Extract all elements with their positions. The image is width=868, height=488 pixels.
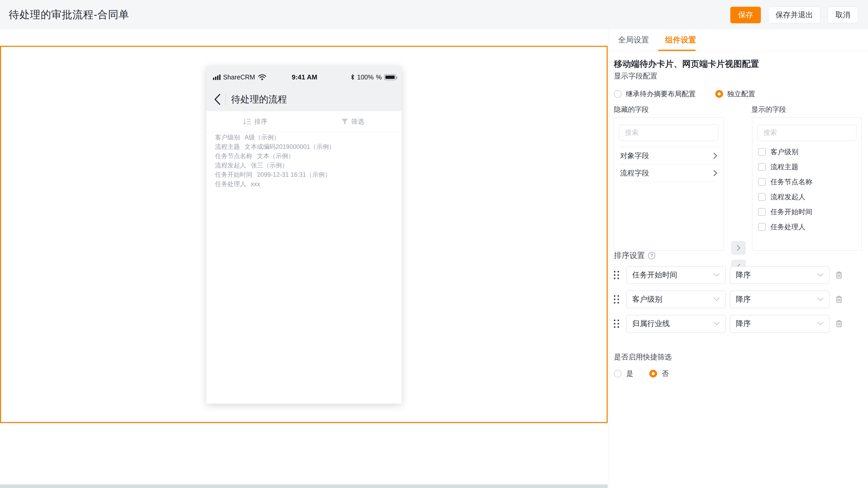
settings-panel: 全局设置 组件设置 移动端待办卡片、网页端卡片视图配置 显示字段配置 继承待办摘… <box>609 29 868 488</box>
header-actions: 保存 保存并退出 取消 <box>730 7 858 23</box>
phone-toolbar: 排序 筛选 <box>206 111 402 132</box>
delete-sort-rule-button[interactable] <box>835 295 843 303</box>
sort-field-select[interactable]: 任务开始时间 <box>626 266 726 284</box>
sort-rule-row: 归属行业线 降序 <box>614 315 843 332</box>
move-right-button[interactable] <box>731 241 746 255</box>
radio-inherit-label: 继承待办摘要布局配置 <box>626 89 695 99</box>
active-tab-underline <box>658 50 695 51</box>
canvas-divider-bottom <box>0 424 609 424</box>
trash-icon <box>835 320 843 328</box>
sort-settings-label: 排序设置 <box>614 250 645 261</box>
sort-rule-row: 客户级别 降序 <box>614 291 843 308</box>
card-field-row: 任务节点名称文本（示例） <box>215 151 394 161</box>
shown-field-row: 流程发起人 <box>758 189 859 204</box>
card-field-row: 任务处理人xxx <box>215 179 394 189</box>
tab-global-settings[interactable]: 全局设置 <box>618 35 649 45</box>
phone-filter-label: 筛选 <box>351 117 364 126</box>
caret-down-icon <box>817 273 824 277</box>
drag-handle-icon[interactable] <box>614 271 620 279</box>
shown-field-row: 任务处理人 <box>758 220 859 234</box>
battery-icon <box>384 74 396 80</box>
drag-handle-icon[interactable] <box>614 295 620 303</box>
trash-icon <box>835 295 843 303</box>
caret-down-icon <box>713 298 720 301</box>
filter-funnel-icon <box>341 118 348 125</box>
phone-sort-button: 排序 <box>206 111 304 132</box>
sort-field-select[interactable]: 归属行业线 <box>626 315 726 332</box>
hidden-fields-search-input[interactable] <box>619 125 718 141</box>
sort-order-select[interactable]: 降序 <box>730 266 830 284</box>
display-config-label: 显示字段配置 <box>614 71 657 81</box>
phone-page-title: 待处理的流程 <box>231 93 287 106</box>
shown-field-row: 任务开始时间 <box>758 204 859 220</box>
quick-filter-yes-label: 是 <box>626 369 633 378</box>
checkbox-process-subject[interactable] <box>758 163 766 171</box>
radio-independent-config[interactable] <box>715 90 723 98</box>
radio-quick-filter-yes[interactable] <box>614 370 622 378</box>
quick-filter-radio-group: 是 否 <box>614 369 669 378</box>
back-chevron-icon <box>214 93 221 105</box>
shown-fields-search-input[interactable] <box>757 125 856 141</box>
sort-field-select[interactable]: 客户级别 <box>626 291 726 308</box>
hidden-group-label: 对象字段 <box>620 151 649 161</box>
shown-field-row: 客户级别 <box>758 144 859 159</box>
shown-field-row: 任务节点名称 <box>758 174 859 189</box>
quick-filter-label: 是否启用快捷筛选 <box>614 352 672 362</box>
canvas-divider-top <box>0 44 609 45</box>
sort-icon <box>243 118 251 125</box>
hidden-group-object-fields[interactable]: 对象字段 <box>619 147 718 164</box>
card-field-row: 客户级别A级（示例） <box>215 133 394 142</box>
section-title: 移动端待办卡片、网页端卡片视图配置 <box>614 58 759 70</box>
caret-down-icon <box>713 322 720 326</box>
chevron-right-icon <box>713 153 717 159</box>
phone-preview-card: 9:41 AM ShareCRM <box>206 66 402 404</box>
display-mode-radio-group: 继承待办摘要布局配置 独立配置 <box>614 89 755 99</box>
shown-field-row: 流程主题 <box>758 159 859 174</box>
bluetooth-icon <box>350 74 355 80</box>
sort-order-select[interactable]: 降序 <box>730 315 830 332</box>
hidden-group-process-fields[interactable]: 流程字段 <box>619 164 718 182</box>
checkbox-customer-level[interactable] <box>758 148 766 156</box>
horizontal-scrollbar[interactable] <box>0 484 608 488</box>
sort-order-select[interactable]: 降序 <box>730 291 830 308</box>
card-field-row: 流程发起人张三（示例） <box>215 161 394 170</box>
tab-component-settings[interactable]: 组件设置 <box>665 35 696 45</box>
hidden-fields-listbox: 对象字段 流程字段 <box>614 117 724 251</box>
caret-down-icon <box>713 273 720 277</box>
cancel-button[interactable]: 取消 <box>828 7 858 23</box>
card-field-row: 流程主题文本或编码2019000001（示例） <box>215 142 394 151</box>
delete-sort-rule-button[interactable] <box>835 271 843 279</box>
hidden-group-label: 流程字段 <box>620 168 649 178</box>
checkbox-process-initiator[interactable] <box>758 193 766 201</box>
phone-nav-bar: 待处理的流程 <box>214 91 394 108</box>
save-button[interactable]: 保存 <box>730 7 761 23</box>
hidden-fields-label: 隐藏的字段 <box>614 105 649 114</box>
sort-rule-row: 任务开始时间 降序 <box>614 266 843 284</box>
save-and-exit-button[interactable]: 保存并退出 <box>768 7 820 23</box>
checkbox-task-node-name[interactable] <box>758 178 766 186</box>
shown-fields-listbox: 客户级别 流程主题 任务节点名称 流程发起人 任务开始时间 任务处理人 <box>752 117 862 251</box>
sort-settings-header: 排序设置 ? <box>614 250 655 261</box>
caret-down-icon <box>817 298 824 301</box>
card-field-row: 任务开始时间2099-12-31 16:31（示例） <box>215 170 394 179</box>
radio-quick-filter-no[interactable] <box>649 370 657 378</box>
phone-card-field-list: 客户级别A级（示例） 流程主题文本或编码2019000001（示例） 任务节点名… <box>215 133 394 189</box>
radio-independent-label: 独立配置 <box>727 89 755 99</box>
radio-inherit-layout[interactable] <box>614 90 622 98</box>
chevron-right-icon <box>713 170 717 176</box>
phone-status-row: 9:41 AM ShareCRM <box>213 71 396 83</box>
drag-handle-icon[interactable] <box>614 320 620 328</box>
delete-sort-rule-button[interactable] <box>835 320 843 328</box>
caret-down-icon <box>817 322 824 326</box>
nav-divider <box>225 94 226 105</box>
trash-icon <box>835 271 843 279</box>
panel-tabs: 全局设置 组件设置 <box>609 29 868 51</box>
battery-percent-label: 100% <box>357 73 374 81</box>
checkbox-task-handler[interactable] <box>758 223 766 231</box>
quick-filter-no-label: 否 <box>662 369 669 378</box>
help-icon[interactable]: ? <box>648 252 655 259</box>
transfer-right-icon <box>737 245 741 251</box>
checkbox-task-start-time[interactable] <box>758 208 766 216</box>
shown-fields-label: 显示的字段 <box>751 105 786 114</box>
page-title: 待处理的审批流程-合同单 <box>9 7 129 22</box>
